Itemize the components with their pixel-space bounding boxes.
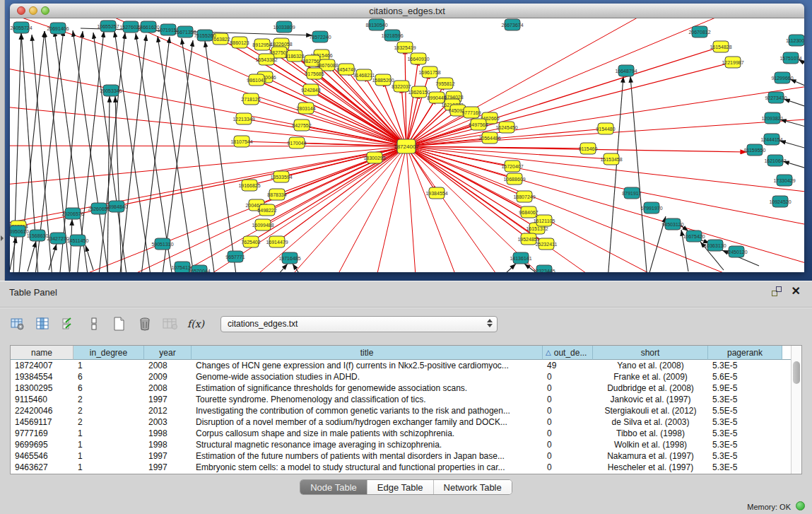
graph-node[interactable]: 10688609 [503,173,525,185]
graph-node[interactable]: 18984840 [105,201,127,212]
network-window[interactable]: citations_edges.txt 88601238912954182260… [10,4,804,272]
graph-node[interactable]: 9175685 [305,68,324,79]
graph-node[interactable]: 9657771 [225,251,245,262]
graph-node[interactable]: 8860123 [230,37,249,48]
graph-node[interactable]: 20206576 [61,208,83,219]
graph-node[interactable]: 2718126 [241,93,260,105]
col-header-in-degree[interactable]: in_degree [73,346,144,360]
graph-node[interactable]: 8878334 [267,189,286,200]
table-scrollbar[interactable] [791,346,801,474]
table-row[interactable]: 946554611997Estimation of the future num… [11,450,791,462]
graph-node[interactable]: 16640910 [407,53,429,64]
table-row[interactable]: 911546021997Tourette syndrome. Phenomeno… [11,394,791,405]
graph-node[interactable]: 18107544 [230,136,252,147]
graph-node[interactable]: 67991970 [640,202,662,214]
graph-node[interactable]: 11568630 [27,230,49,241]
graph-node[interactable]: 16914479 [266,236,288,247]
graph-node[interactable]: 8186328 [285,50,304,62]
col-header-year[interactable]: year [144,346,192,360]
graph-node[interactable]: 18300295 [363,152,385,163]
side-collapse-strip[interactable] [0,0,5,281]
graph-node[interactable]: 81159550 [744,144,766,156]
graph-node[interactable]: 16671358 [174,26,196,37]
graph-node[interactable]: 19166825 [238,180,260,191]
graph-node[interactable]: 16245450 [495,122,517,133]
table-row[interactable]: 1872400712008Changes of HCN gene express… [11,360,791,371]
select-rows-icon[interactable] [61,316,76,332]
table-row[interactable]: 1830029562008Estimation of significance … [11,382,791,394]
graph-node[interactable]: 7625402 [241,236,260,247]
graph-node[interactable]: 18325419 [394,42,416,53]
graph-node[interactable]: 14136141 [510,252,531,264]
table-select-dropdown[interactable]: citations_edges.txt [220,316,498,332]
graph-node[interactable]: 12444154 [760,134,782,145]
graph-node[interactable]: 10675420 [683,230,705,242]
delete-table-icon[interactable] [137,316,153,332]
graph-node[interactable]: 9115460 [579,143,598,154]
graph-node[interactable]: 15153458 [600,153,622,165]
graph-node[interactable]: 12093821 [761,112,783,124]
graph-node[interactable]: 23427270 [47,233,69,244]
table-row[interactable]: 2242004622012Investigating the contribut… [11,405,791,416]
col-header-pagerank[interactable]: pagerank [708,346,782,360]
table-row[interactable]: 1456911722003Disruption of a novel membe… [11,416,791,428]
graph-node[interactable]: 19716485 [278,252,300,264]
graph-node[interactable]: 9861043 [247,74,266,86]
table-row[interactable]: 969969511998Structural magnetic resonanc… [11,439,791,450]
tab-node-table[interactable]: Node Table [300,480,367,494]
graph-node[interactable]: 16154828 [710,41,731,52]
row-height-icon[interactable] [86,316,102,332]
graph-node[interactable]: 20670812 [688,26,710,37]
graph-node[interactable]: 9242848 [301,84,320,95]
network-window-titlebar[interactable]: citations_edges.txt [10,4,804,18]
graph-node[interactable]: 16121105 [534,215,555,226]
graph-node[interactable]: 10924520 [769,196,791,207]
graph-node[interactable]: 20691406 [47,23,69,34]
graph-node[interactable]: 92273430 [765,92,787,103]
graph-node[interactable]: 92450120 [725,246,747,257]
graph-node[interactable]: 12219987 [722,57,743,68]
network-canvas[interactable]: 8860123891295418226058982750881863281654… [10,18,804,272]
graph-node[interactable]: 9170044 [287,137,306,148]
graph-node[interactable]: 20564486 [478,132,500,144]
graph-node[interactable]: 16543382 [255,54,277,65]
float-panel-icon[interactable] [772,286,782,296]
graph-node[interactable]: 16961758 [418,66,440,78]
graph-node[interactable]: 19218596 [381,30,403,41]
table-row[interactable]: 977716911998Corpus callosum shape and si… [11,428,791,439]
graph-node[interactable]: 12323445 [533,265,555,272]
graph-node[interactable]: 10655257 [97,21,119,32]
graph-node[interactable]: 15885200 [372,74,394,86]
graph-hub-node[interactable]: 18724007 [394,139,419,153]
graph-node[interactable]: 25232411 [536,238,558,250]
graph-node[interactable]: 20053346 [100,85,122,96]
table-row[interactable]: 1938455462009Genome-wide association stu… [11,371,791,382]
collapse-arrow-icon[interactable] [1,235,4,241]
graph-node[interactable]: 17330429 [773,175,795,186]
graph-node[interactable]: 13533594 [270,171,292,182]
graph-node[interactable]: 24055724 [10,22,32,33]
new-table-icon[interactable] [112,316,127,332]
close-panel-icon[interactable]: ✕ [792,286,801,296]
graph-node[interactable]: 59051310 [151,238,173,250]
graph-node[interactable]: 9154480 [596,123,615,134]
graph-node[interactable]: 16210643 [764,155,786,166]
graph-node[interactable]: 10363130 [704,240,726,251]
graph-node[interactable]: 15751074 [779,52,801,64]
graph-node[interactable]: 8791917 [622,187,641,199]
graph-node[interactable]: 8912954 [252,39,271,50]
graph-node[interactable]: 14511450 [67,235,89,246]
col-header-title[interactable]: title [192,346,543,360]
col-header-out-degree[interactable]: △ out_de... [543,346,593,360]
tab-edge-table[interactable]: Edge Table [367,480,434,494]
graph-node[interactable]: 9777169 [461,107,481,118]
graph-node[interactable]: 8427552 [292,119,311,131]
graph-node[interactable]: 11123004 [786,35,804,46]
graph-node[interactable]: 94503120 [661,218,683,230]
graph-node[interactable]: 18807249 [513,191,535,202]
table-scrollbar-thumb[interactable] [793,361,800,384]
graph-node[interactable]: 9684067 [519,206,538,218]
column-settings-icon[interactable] [35,316,51,332]
table-settings-icon[interactable] [10,316,25,332]
graph-node[interactable]: 12213349 [233,113,254,124]
